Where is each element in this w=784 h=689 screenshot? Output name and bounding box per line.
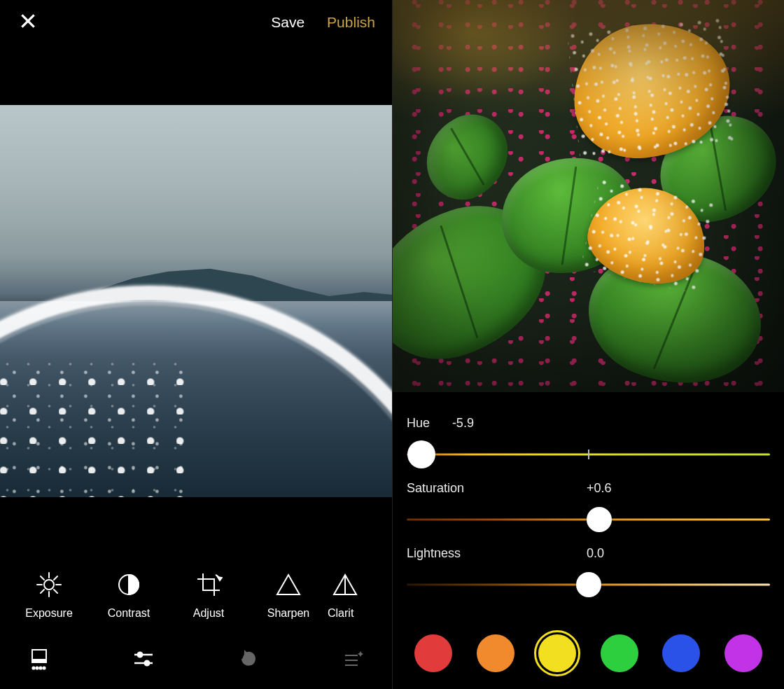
slider-thumb[interactable] — [576, 572, 601, 597]
close-icon — [19, 12, 37, 33]
swatch-yellow[interactable] — [538, 634, 576, 672]
color-swatch-row — [393, 629, 784, 678]
save-button[interactable]: Save — [271, 14, 304, 31]
swatch-green[interactable] — [601, 634, 638, 672]
slider-track-hue[interactable] — [407, 443, 770, 466]
slider-hue: Hue -5.9 — [407, 416, 770, 466]
slider-track-saturation[interactable] — [407, 508, 770, 531]
sliders-icon — [132, 647, 155, 674]
swatch-blue[interactable] — [662, 634, 700, 672]
tool-adjust[interactable]: Adjust — [174, 571, 244, 620]
tool-label: Exposure — [25, 607, 73, 620]
edit-tools-row[interactable]: Exposure Contrast Adjust — [0, 560, 392, 630]
edited-photo-beach — [0, 105, 392, 497]
tool-sharpen[interactable]: Sharpen — [253, 571, 323, 620]
slider-saturation: Saturation +0.6 — [407, 481, 770, 531]
bottom-tab-bar — [0, 632, 392, 689]
tool-exposure[interactable]: Exposure — [14, 571, 84, 620]
slider-lightness: Lightness 0.0 — [407, 546, 770, 596]
slider-label: Saturation — [407, 481, 464, 496]
svg-point-7 — [43, 667, 45, 669]
foreground-foam — [0, 356, 188, 497]
close-button[interactable] — [13, 7, 43, 38]
tool-label: Contrast — [108, 607, 150, 620]
topbar: Save Publish — [0, 0, 392, 45]
prism-icon — [331, 571, 359, 599]
vignette — [393, 0, 784, 392]
tool-label: Sharpen — [267, 607, 310, 620]
tab-adjustments[interactable] — [128, 645, 159, 676]
tool-label: Clarit — [328, 607, 363, 620]
edited-photo-flower — [393, 0, 784, 392]
slider-track-lightness[interactable] — [407, 573, 770, 596]
tool-label: Adjust — [193, 607, 224, 620]
right-editor-pane: Hue -5.9 Saturation +0.6 — [392, 0, 784, 689]
top-actions: Save Publish — [271, 14, 375, 31]
crop-rotate-icon — [195, 571, 223, 599]
svg-point-5 — [36, 667, 38, 669]
svg-point-4 — [32, 667, 34, 669]
tool-contrast[interactable]: Contrast — [94, 571, 164, 620]
tab-filters[interactable] — [24, 645, 55, 676]
svg-point-10 — [246, 657, 249, 660]
swatch-red[interactable] — [414, 634, 452, 672]
tab-revert[interactable] — [233, 645, 264, 676]
sun-icon — [35, 571, 63, 599]
slider-label: Lightness — [407, 546, 461, 561]
swatch-orange[interactable] — [477, 634, 514, 672]
tool-clarity[interactable]: Clarit — [328, 571, 363, 620]
filters-icon — [27, 647, 51, 674]
contrast-icon — [115, 571, 143, 599]
svg-point-8 — [138, 653, 143, 657]
slider-thumb[interactable] — [587, 507, 612, 532]
svg-rect-3 — [32, 660, 46, 662]
svg-point-6 — [39, 667, 41, 669]
slider-value: +0.6 — [587, 481, 612, 496]
slider-center-tick — [588, 450, 589, 459]
slider-thumb[interactable] — [407, 440, 435, 468]
swatch-magenta[interactable] — [724, 634, 762, 672]
left-editor-pane: Save Publish — [0, 0, 392, 689]
svg-point-0 — [44, 580, 54, 590]
slider-label: Hue — [407, 416, 430, 431]
auto-enhance-icon — [341, 647, 365, 674]
slider-value: -5.9 — [452, 416, 474, 431]
triangle-icon — [274, 571, 302, 599]
color-sliders: Hue -5.9 Saturation +0.6 — [393, 402, 784, 611]
publish-button[interactable]: Publish — [327, 14, 375, 31]
tab-auto[interactable] — [337, 645, 368, 676]
revert-icon — [237, 647, 260, 674]
svg-point-9 — [145, 661, 150, 666]
slider-value: 0.0 — [587, 546, 604, 561]
